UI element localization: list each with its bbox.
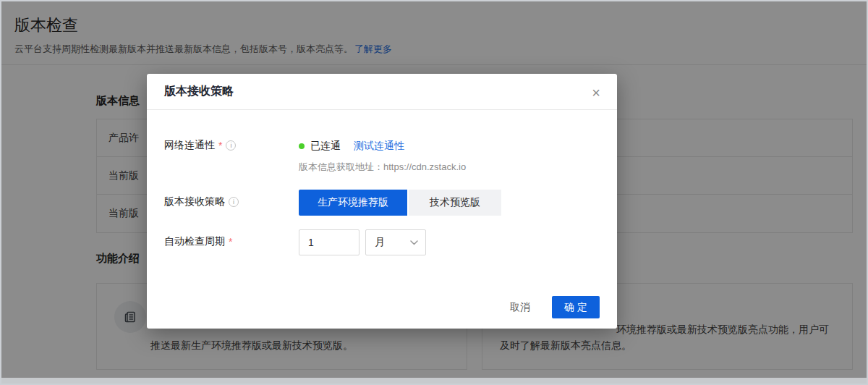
screen: 版本检查 云平台支持周期性检测最新版本并推送最新版本信息，包括版本号，版本亮点等… <box>0 0 868 385</box>
connectivity-value: 已连通 测试连通性 版本信息获取地址：https://cdn.zstack.io <box>299 139 466 174</box>
period-value-input[interactable] <box>299 229 359 255</box>
period-unit-value: 月 <box>375 236 385 249</box>
status-dot <box>299 143 305 149</box>
info-icon[interactable]: i <box>229 197 239 207</box>
period-unit-select[interactable]: 月 <box>365 229 426 255</box>
test-connectivity-link[interactable]: 测试连通性 <box>354 140 404 153</box>
status-text: 已连通 <box>310 140 341 153</box>
policy-option-preview-button[interactable]: 技术预览版 <box>409 190 501 216</box>
policy-label: 版本接收策略 i <box>164 190 299 208</box>
chevron-down-icon <box>410 240 418 245</box>
modal-title: 版本接收策略 <box>164 84 234 99</box>
period-label-text: 自动检查周期 <box>164 235 225 248</box>
version-source-address: 版本信息获取地址：https://cdn.zstack.io <box>299 161 466 174</box>
close-icon[interactable]: × <box>585 82 607 103</box>
period-label: 自动检查周期 * <box>164 229 299 248</box>
cancel-button[interactable]: 取消 <box>510 301 530 314</box>
connectivity-row: 网络连通性 * i 已连通 测试连通性 版本信息获取地址：https://cdn… <box>164 139 600 174</box>
confirm-button[interactable]: 确定 <box>552 296 600 318</box>
modal-header: 版本接收策略 <box>147 74 617 110</box>
modal-body: 网络连通性 * i 已连通 测试连通性 版本信息获取地址：https://cdn… <box>147 139 617 255</box>
period-row: 自动检查周期 * 月 <box>164 229 600 255</box>
info-icon[interactable]: i <box>226 140 236 151</box>
connectivity-status-line: 已连通 测试连通性 <box>299 139 466 153</box>
policy-option-production-button[interactable]: 生产环境推荐版 <box>299 190 407 216</box>
version-policy-modal: 版本接收策略 × 网络连通性 * i 已连通 测试连通性 版本信息获取地址：ht… <box>147 74 617 329</box>
connectivity-label: 网络连通性 * i <box>164 139 299 152</box>
policy-segmented-control: 生产环境推荐版 技术预览版 <box>299 190 501 216</box>
required-asterisk: * <box>229 236 232 248</box>
connectivity-label-text: 网络连通性 <box>164 139 215 152</box>
required-asterisk: * <box>218 140 222 151</box>
policy-label-text: 版本接收策略 <box>164 195 225 208</box>
modal-footer: 取消 确定 <box>510 296 600 318</box>
policy-row: 版本接收策略 i 生产环境推荐版 技术预览版 <box>164 190 600 216</box>
